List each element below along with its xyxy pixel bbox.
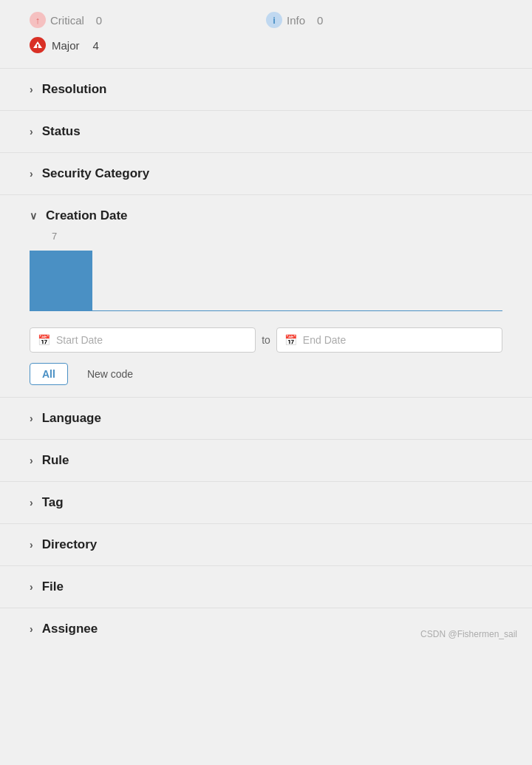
section-language[interactable]: › Language [0,397,532,439]
status-label: Status [42,124,81,139]
assignee-watermark-row: › Assignee CSDN @Fishermen_sail [0,608,532,650]
start-date-input-wrapper[interactable]: 📅 Start Date [30,327,256,353]
severity-major-row: Major 4 [0,33,532,68]
major-count: 4 [93,39,99,52]
watermark: CSDN @Fishermen_sail [420,629,517,639]
chart-bar-group-4 [313,245,408,311]
chevron-right-icon: › [30,539,33,551]
major-label: Major [52,39,80,52]
language-label: Language [42,411,101,426]
date-separator: to [262,334,270,346]
critical-icon: ↑ [30,12,46,28]
chart-bar-1 [30,251,92,311]
section-rule[interactable]: › Rule [0,439,532,481]
chevron-right-icon: › [30,412,33,424]
file-label: File [42,579,64,594]
critical-count: 0 [96,14,102,27]
calendar-icon-start: 📅 [38,334,50,346]
svg-rect-2 [37,47,38,49]
end-date-placeholder: End Date [303,334,346,346]
resolution-label: Resolution [42,82,107,97]
section-file[interactable]: › File [0,565,532,608]
date-inputs-row: 📅 Start Date to 📅 End Date [30,327,502,353]
severity-info-item: i Info 0 [266,12,502,28]
chevron-right-icon: › [30,84,33,95]
chevron-right-icon: › [30,126,33,137]
critical-label: Critical [50,14,84,27]
tag-label: Tag [42,495,64,510]
chart-bar-group-1 [30,245,124,311]
section-creation-date: ∨ Creation Date 7 📅 Start Date [0,194,532,397]
chart-baseline [30,310,502,311]
chevron-down-icon: ∨ [30,210,37,222]
section-tag[interactable]: › Tag [0,481,532,523]
creation-date-label: Creation Date [46,208,128,223]
calendar-icon-end: 📅 [284,334,297,346]
info-icon: i [266,12,282,28]
severity-critical-item: ↑ Critical 0 [30,12,266,28]
section-directory[interactable]: › Directory [0,523,532,565]
chevron-right-icon: › [30,581,33,593]
chevron-right-icon: › [30,623,33,635]
start-date-placeholder: Start Date [56,334,103,346]
toggle-row: All New code [30,363,502,385]
creation-date-header[interactable]: ∨ Creation Date [30,195,502,231]
section-status[interactable]: › Status [0,110,532,152]
chevron-right-icon: › [30,497,33,509]
toggle-all-button[interactable]: All [30,363,68,385]
severity-critical-info-row: ↑ Critical 0 i Info 0 [0,7,532,33]
section-security-category[interactable]: › Security Category [0,152,532,194]
end-date-input-wrapper[interactable]: 📅 End Date [276,327,502,353]
security-category-label: Security Category [42,166,150,181]
main-container: ↑ Critical 0 i Info 0 Major 4 › Resoluti… [0,0,532,664]
directory-label: Directory [42,537,98,552]
section-resolution[interactable]: › Resolution [0,68,532,110]
toggle-new-code-button[interactable]: New code [75,364,145,384]
chevron-right-icon: › [30,168,33,180]
chart-bar-group-5 [408,245,502,311]
chevron-right-icon: › [30,455,33,466]
svg-rect-1 [37,44,38,47]
chart-y-label: 7 [52,231,502,242]
chart-bars-container [30,245,502,311]
major-icon [30,37,46,53]
chart-bar-group-2 [124,245,219,311]
info-count: 0 [317,14,323,27]
rule-label: Rule [42,453,69,468]
info-label: Info [287,14,305,27]
chart-bar-group-3 [219,245,313,311]
assignee-label: Assignee [42,622,98,636]
creation-date-chart: 7 [30,231,502,319]
